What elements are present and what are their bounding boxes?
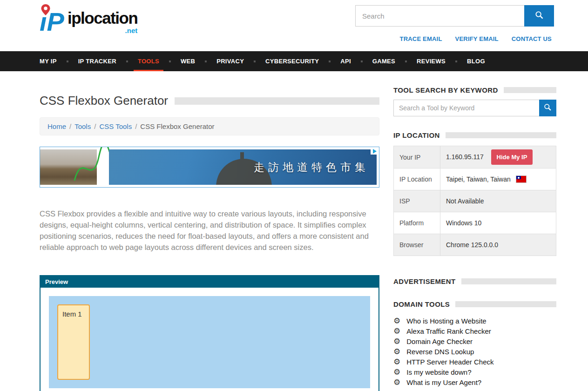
nav-item-web[interactable]: WEB bbox=[170, 51, 206, 71]
domain-tools-list: ⚙ Who is Hosting a Website ⚙ Alexa Traff… bbox=[393, 316, 556, 387]
nav-item-ip-tracker[interactable]: IP TRACKER bbox=[68, 51, 127, 71]
breadcrumb: Home/Tools/CSS Tools/CSS Flexbox Generat… bbox=[40, 117, 379, 135]
domain-tool-label: Reverse DNS Lookup bbox=[406, 348, 474, 356]
gear-icon: ⚙ bbox=[393, 378, 400, 386]
table-row-isp: ISP Not Available bbox=[394, 190, 556, 212]
trace-email-link[interactable]: TRACE EMAIL bbox=[400, 35, 442, 42]
breadcrumb-separator: / bbox=[135, 122, 137, 130]
breadcrumb-separator: / bbox=[69, 122, 71, 130]
preview-panel: Preview Item 1 bbox=[40, 275, 379, 391]
table-row-your-ip: Your IP 1.160.95.117 Hide My IP bbox=[394, 146, 556, 169]
browser-label: Browser bbox=[394, 234, 440, 256]
flexbox-preview-item[interactable]: Item 1 bbox=[57, 304, 90, 380]
header-search bbox=[355, 5, 554, 27]
nav-item-cybersecurity[interactable]: CYBERSECURITY bbox=[255, 51, 330, 71]
ip-location-value: Taipei, Taiwan, Taiwan bbox=[446, 175, 511, 183]
heading-decor-bar bbox=[446, 132, 556, 138]
tool-search-heading: TOOL SEARCH BY KEYWORD bbox=[393, 86, 498, 94]
browser-value: Chrome 125.0.0.0 bbox=[440, 234, 556, 256]
domain-tool-alexa-rank[interactable]: ⚙ Alexa Traffic Rank Checker bbox=[393, 326, 556, 336]
domain-tool-label: Is my website down? bbox=[406, 368, 471, 376]
gear-icon: ⚙ bbox=[393, 368, 400, 376]
ip-info-table: Your IP 1.160.95.117 Hide My IP IP Locat… bbox=[393, 146, 556, 256]
domain-tool-http-header[interactable]: ⚙ HTTP Server Header Check bbox=[393, 357, 556, 367]
ad-squiggle-decoration bbox=[72, 147, 114, 188]
page-title: CSS Flexbox Generator bbox=[40, 94, 168, 108]
breadcrumb-css-tools[interactable]: CSS Tools bbox=[99, 122, 132, 130]
search-icon bbox=[535, 11, 544, 21]
preview-panel-body: Item 1 bbox=[41, 288, 378, 391]
table-row-ip-location: IP Location Taipei, Taiwan, Taiwan bbox=[394, 169, 556, 190]
domain-tool-label: Alexa Traffic Rank Checker bbox=[406, 327, 491, 335]
content-area: CSS Flexbox Generator Home/Tools/CSS Too… bbox=[0, 71, 588, 391]
domain-tool-reverse-dns[interactable]: ⚙ Reverse DNS Lookup bbox=[393, 346, 556, 357]
logo-text: iplocation bbox=[68, 9, 137, 27]
domain-tool-label: Domain Age Checker bbox=[406, 337, 473, 345]
contact-us-link[interactable]: CONTACT US bbox=[512, 35, 552, 42]
nav-item-blog[interactable]: BLOG bbox=[456, 51, 496, 71]
taiwan-flag-icon bbox=[516, 176, 526, 182]
domain-tools-heading: DOMAIN TOOLS bbox=[393, 300, 450, 308]
gear-icon: ⚙ bbox=[393, 348, 400, 356]
domain-tool-label: What is my User Agent? bbox=[406, 378, 481, 386]
platform-value: Windows 10 bbox=[440, 212, 556, 234]
logo-ip-pin-icon: ıP bbox=[40, 4, 67, 36]
domain-tool-label: HTTP Server Header Check bbox=[406, 358, 493, 366]
title-decor-bar bbox=[175, 97, 379, 105]
main-nav: MY IP IP TRACKER TOOLS WEB PRIVACY CYBER… bbox=[0, 51, 588, 71]
gear-icon: ⚙ bbox=[393, 337, 400, 345]
heading-decor-bar bbox=[504, 87, 556, 93]
header-search-button[interactable] bbox=[524, 5, 554, 27]
ip-location-heading: IP LOCATION bbox=[393, 131, 440, 139]
breadcrumb-current: CSS Flexbox Generator bbox=[140, 122, 214, 130]
domain-tool-domain-age[interactable]: ⚙ Domain Age Checker bbox=[393, 336, 556, 346]
main-column: CSS Flexbox Generator Home/Tools/CSS Too… bbox=[40, 86, 379, 391]
tool-description: CSS Flexbox provides a flexible and intu… bbox=[40, 208, 379, 253]
isp-value: Not Available bbox=[440, 190, 556, 212]
verify-email-link[interactable]: VERIFY EMAIL bbox=[455, 35, 499, 42]
nav-item-reviews[interactable]: REVIEWS bbox=[406, 51, 456, 71]
gear-icon: ⚙ bbox=[393, 327, 400, 335]
nav-item-my-ip[interactable]: MY IP bbox=[40, 51, 68, 71]
gear-icon: ⚙ bbox=[393, 317, 400, 325]
tool-search bbox=[393, 100, 556, 116]
site-logo[interactable]: ıP iplocation .net bbox=[40, 4, 137, 36]
nav-item-tools[interactable]: TOOLS bbox=[127, 51, 170, 71]
domain-tool-hosting[interactable]: ⚙ Who is Hosting a Website bbox=[393, 316, 556, 326]
your-ip-value: 1.160.95.117 bbox=[446, 153, 484, 161]
breadcrumb-tools[interactable]: Tools bbox=[74, 122, 91, 130]
domain-tool-label: Who is Hosting a Website bbox=[406, 317, 486, 325]
header-search-input[interactable] bbox=[355, 5, 524, 27]
your-ip-label: Your IP bbox=[394, 146, 440, 169]
breadcrumb-separator: / bbox=[94, 122, 96, 130]
table-row-platform: Platform Windows 10 bbox=[394, 212, 556, 234]
sidebar: TOOL SEARCH BY KEYWORD IP LOCATION bbox=[393, 86, 556, 391]
ip-location-label: IP Location bbox=[394, 169, 440, 190]
nav-item-privacy[interactable]: PRIVACY bbox=[206, 51, 255, 71]
ad-choices-icon[interactable] bbox=[371, 148, 378, 155]
advertisement-heading: ADVERTISEMENT bbox=[393, 277, 456, 285]
nav-item-games[interactable]: GAMES bbox=[362, 51, 406, 71]
flexbox-preview-container: Item 1 bbox=[49, 296, 370, 388]
tool-search-input[interactable] bbox=[393, 100, 539, 116]
breadcrumb-home[interactable]: Home bbox=[47, 122, 66, 130]
ad-image: 走訪地道特色市集 bbox=[109, 149, 377, 185]
platform-label: Platform bbox=[394, 212, 440, 234]
search-icon bbox=[544, 103, 552, 113]
isp-label: ISP bbox=[394, 190, 440, 212]
preview-panel-header: Preview bbox=[41, 276, 378, 288]
nav-item-api[interactable]: API bbox=[330, 51, 362, 71]
table-row-browser: Browser Chrome 125.0.0.0 bbox=[394, 234, 556, 256]
domain-tool-website-down[interactable]: ⚙ Is my website down? bbox=[393, 367, 556, 377]
tool-search-button[interactable] bbox=[539, 100, 556, 116]
ad-headline: 走訪地道特色市集 bbox=[254, 160, 369, 175]
ad-banner[interactable]: 走訪地道特色市集 bbox=[40, 147, 379, 188]
heading-decor-bar bbox=[461, 278, 556, 284]
hide-my-ip-button[interactable]: Hide My IP bbox=[491, 149, 533, 165]
logo-net-suffix: .net bbox=[125, 27, 138, 34]
header-links: TRACE EMAIL VERIFY EMAIL CONTACT US bbox=[400, 35, 552, 42]
heading-decor-bar bbox=[455, 301, 556, 307]
gear-icon: ⚙ bbox=[393, 358, 400, 366]
domain-tool-user-agent[interactable]: ⚙ What is my User Agent? bbox=[393, 377, 556, 387]
top-header: ıP iplocation .net TRACE EMAIL VERIFY EM… bbox=[0, 0, 588, 51]
